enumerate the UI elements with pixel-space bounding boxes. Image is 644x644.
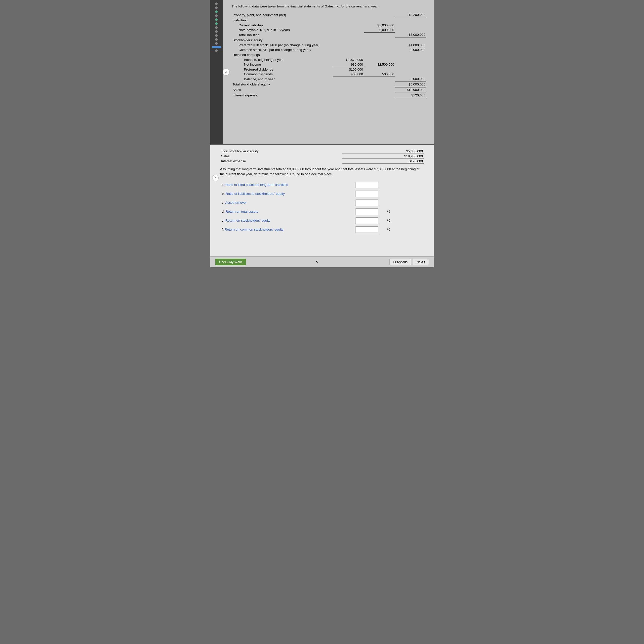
check-work-button[interactable]: Check My Work [215,259,246,265]
label-preferred-stock: Preferred $10 stock, $100 par (no change… [232,43,333,47]
q-f-unit: % [387,225,424,234]
val-common-stock: 2,000,000 [395,47,426,52]
val-bal-begin: $1,570,000 [333,57,364,62]
footer-bar: Check My Work ↖ ⟨ Previous Next ⟩ [210,256,434,267]
summary-val-tse: $5,000,000 [342,149,424,154]
val-common-div-col2: 500,000 [364,72,395,77]
q-e-input[interactable] [356,217,378,224]
label-common-stock: Common stock, $10 par (no change during … [232,47,333,52]
back-button-top[interactable]: < [223,69,230,76]
label-pref-div: Preferred dividends [232,67,333,72]
q-f-input[interactable] [356,226,378,233]
assumption-text: Assuming that long-term investments tota… [220,167,424,177]
label-re: Retained earnings: [232,52,333,57]
label-current-liab: Current liabilities [232,23,333,28]
sidebar-dot-4 [215,14,218,17]
label-note-payable: Note payable, 6%, due in 15 years [232,28,333,33]
sidebar-dot-8 [215,30,218,33]
summary-val-sales: $18,900,000 [342,154,424,159]
label-se: Stockholders' equity: [232,38,333,43]
sidebar-dot-1 [215,2,218,5]
summary-label-sales: Sales [220,154,342,159]
label-bal-begin: Balance, beginning of year [232,57,333,62]
q-c-input[interactable] [356,200,378,206]
sidebar-dot-7 [215,26,218,29]
q-d-unit: % [387,207,424,216]
next-button[interactable]: Next ⟩ [413,259,429,265]
label-net-income: Net income [232,62,333,67]
nav-buttons: ⟨ Previous Next ⟩ [389,259,429,265]
q-a-label: a. Ratio of fixed assets to long-term li… [220,180,346,189]
val-total-se: $5,000,000 [395,82,426,87]
label-total-se: Total stockholders' equity [232,82,333,87]
cursor-icon: ↖ [316,260,319,264]
back-button-bottom[interactable]: < [212,175,219,181]
sidebar-dot-9 [215,34,218,37]
val-preferred-stock: $1,000,000 [395,43,426,47]
val-property: $3,200,000 [395,12,426,18]
sidebar-dot-11 [215,42,218,45]
q-b-unit [387,189,424,198]
chevron-left-icon: ⟨ [393,260,394,264]
q-f-label: f. Return on common stockholders' equity [220,225,346,234]
val-sales: $18,900,000 [395,87,426,93]
q-c-label: c. Asset turnover [220,198,346,207]
label-liabilities: Liabilities: [232,18,333,23]
q-d-input[interactable] [356,208,378,215]
val-net-income-col2: $2,500,000 [364,62,395,67]
val-bal-end: 2,000,000 [395,77,426,82]
val-total-liab: $3,000,000 [395,32,426,38]
label-common-div: Common dividends [232,72,333,77]
q-b-input[interactable] [356,191,378,197]
label-bal-end: Balance, end of year [232,77,333,82]
q-e-unit: % [387,216,424,225]
label-total-liab: Total liabilities [232,32,333,38]
sidebar-dot-2 [215,6,218,9]
chevron-right-icon: ⟩ [424,260,425,264]
summary-label-tse: Total stockholders' equity [220,149,342,154]
q-a-input[interactable] [356,182,378,188]
summary-val-int: $120,000 [342,159,424,164]
q-e-label: e. Return on stockholders' equity [220,216,346,225]
val-note-payable: 2,000,000 [364,28,395,33]
sidebar-dot-5 [215,18,218,21]
sidebar-dot-3 [215,10,218,13]
previous-button[interactable]: ⟨ Previous [389,259,411,265]
sidebar-dot-13 [215,49,218,52]
val-interest-exp: $120,000 [395,93,426,98]
label-property: Property, plant, and equipment (net) [232,12,333,18]
intro-text: The following data were taken from the f… [232,4,426,9]
val-net-income: 930,000 [333,62,364,67]
q-b-label: b. Ratio of liabilities to stockholders'… [220,189,346,198]
val-pref-div: $100,000 [333,67,364,72]
summary-label-int: Interest expense [220,159,342,164]
label-interest-exp: Interest expense [232,93,333,98]
val-current-liab: $1,000,000 [364,23,395,28]
q-a-unit [387,180,424,189]
q-d-label: d. Return on total assets [220,207,346,216]
sidebar-dot-6 [215,22,218,25]
val-common-div: 400,000 [333,72,364,77]
sidebar-bar-selected [212,46,221,48]
sidebar-dot-10 [215,38,218,41]
label-sales: Sales [232,87,333,93]
q-c-unit [387,198,424,207]
